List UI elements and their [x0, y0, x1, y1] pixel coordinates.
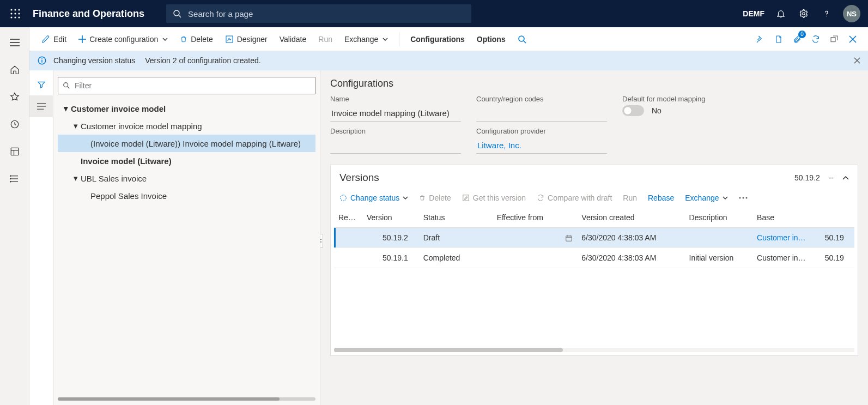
- create-config-label: Create configuration: [89, 35, 158, 44]
- message-close-icon[interactable]: [854, 57, 860, 64]
- search-icon: [63, 82, 70, 89]
- versions-exchange-label: Exchange: [685, 194, 719, 202]
- nav-modules-icon[interactable]: [4, 168, 26, 190]
- col-desc[interactable]: Description: [685, 208, 753, 228]
- tree-node-selected[interactable]: (Invoice model (Litware)) Invoice model …: [58, 135, 315, 152]
- col-base-extra[interactable]: [821, 208, 854, 228]
- table-row[interactable]: 50.19.2Draft6/30/2020 4:38:03 AMCustomer…: [334, 228, 854, 248]
- create-config-button[interactable]: Create configuration: [73, 32, 173, 47]
- change-status-button[interactable]: Change status: [339, 194, 408, 202]
- versions-exchange-button[interactable]: Exchange: [685, 194, 727, 202]
- field-label: Name: [330, 95, 461, 103]
- refresh-icon: [537, 194, 544, 202]
- compare-label: Compare with draft: [548, 194, 612, 202]
- exchange-button[interactable]: Exchange: [339, 32, 393, 47]
- version-dash: --: [829, 173, 834, 182]
- get-version-button: Get this version: [462, 194, 526, 202]
- filter-mode-icon[interactable]: [29, 74, 53, 95]
- field-value[interactable]: [330, 137, 461, 154]
- tree-label: Customer invoice model: [71, 104, 166, 113]
- message-title: Changing version status: [53, 56, 135, 65]
- nav-hamburger-icon[interactable]: [4, 32, 26, 53]
- expanded-icon: ▾: [61, 104, 71, 113]
- pin-icon[interactable]: [755, 34, 766, 45]
- close-icon[interactable]: [847, 34, 858, 45]
- rebase-button[interactable]: Rebase: [648, 194, 674, 202]
- grid-scrollbar[interactable]: [334, 348, 854, 352]
- options-tab[interactable]: Options: [471, 32, 511, 47]
- search-icon: [173, 9, 181, 18]
- tree-filter-input[interactable]: [74, 81, 311, 90]
- tree-filter[interactable]: [58, 77, 315, 94]
- tree-label: Invoice model (Litware): [81, 156, 172, 166]
- nav-recent-icon[interactable]: [4, 113, 26, 135]
- tree-node-root[interactable]: ▾Customer invoice model: [58, 100, 315, 117]
- rebase-label: Rebase: [648, 194, 674, 202]
- nav-workspaces-icon[interactable]: [4, 141, 26, 162]
- splitter-handle[interactable]: [320, 234, 323, 248]
- col-effective[interactable]: Effective from: [493, 208, 578, 228]
- svg-point-42: [64, 83, 68, 87]
- run-button: Run: [313, 32, 338, 47]
- field-provider: Configuration provider Litware, Inc.: [476, 127, 607, 154]
- designer-button[interactable]: Designer: [220, 32, 273, 47]
- calendar-icon[interactable]: [565, 234, 573, 242]
- message-bar: Changing version status Version 2 of con…: [29, 51, 868, 70]
- header-right: DEMF NS: [743, 5, 864, 22]
- help-icon[interactable]: [820, 7, 833, 20]
- provider-link[interactable]: Litware, Inc.: [476, 137, 607, 154]
- section-title: Configurations: [330, 78, 858, 89]
- expanded-icon: ▾: [71, 173, 81, 183]
- popout-icon[interactable]: [829, 34, 840, 45]
- nav-favorites-icon[interactable]: [4, 86, 26, 108]
- change-status-label: Change status: [350, 194, 399, 202]
- global-search[interactable]: Search for a page: [166, 4, 471, 23]
- open-office-icon[interactable]: [773, 34, 784, 45]
- status-icon: [339, 194, 347, 202]
- current-version: 50.19.2: [794, 173, 820, 182]
- svg-point-44: [341, 195, 347, 201]
- tree-node-mapping[interactable]: ▾Customer invoice model mapping: [58, 117, 315, 135]
- col-version[interactable]: Version: [362, 208, 419, 228]
- list-mode-icon[interactable]: [29, 95, 53, 117]
- field-value[interactable]: Invoice model mapping (Litware): [330, 105, 461, 122]
- chevron-up-icon[interactable]: [842, 176, 849, 180]
- col-re[interactable]: Re…: [334, 208, 362, 228]
- configurations-tab[interactable]: Configurations: [405, 32, 470, 47]
- tree-label: Customer invoice model mapping: [81, 122, 202, 131]
- tree-node-peppol[interactable]: Peppol Sales Invoice: [58, 187, 315, 204]
- settings-icon[interactable]: [797, 7, 810, 20]
- more-icon[interactable]: [739, 197, 748, 199]
- svg-point-6: [10, 16, 12, 18]
- app-launcher-icon[interactable]: [4, 9, 26, 19]
- field-label: Description: [330, 127, 461, 135]
- page-search-button[interactable]: [512, 32, 532, 47]
- tree-node-ubl[interactable]: ▾UBL Sales invoice: [58, 170, 315, 187]
- col-status[interactable]: Status: [419, 208, 493, 228]
- configurations-tree-pane: ▾Customer invoice model ▾Customer invoic…: [53, 70, 320, 405]
- nav-home-icon[interactable]: [4, 59, 26, 81]
- col-base[interactable]: Base: [752, 208, 821, 228]
- svg-point-3: [10, 13, 12, 14]
- table-row[interactable]: 50.19.1Completed6/30/2020 4:38:03 AMInit…: [334, 248, 854, 268]
- search-placeholder: Search for a page: [188, 9, 253, 19]
- toggle-off[interactable]: [622, 105, 644, 116]
- col-created[interactable]: Version created: [577, 208, 684, 228]
- notifications-icon[interactable]: [774, 7, 787, 20]
- refresh-icon[interactable]: [810, 34, 821, 45]
- validate-button[interactable]: Validate: [274, 32, 312, 47]
- field-name: Name Invoice model mapping (Litware): [330, 95, 461, 122]
- designer-icon: [225, 35, 234, 44]
- edit-button[interactable]: Edit: [36, 32, 72, 47]
- delete-button[interactable]: Delete: [174, 32, 218, 47]
- tree-scrollbar[interactable]: [58, 397, 315, 401]
- legal-entity[interactable]: DEMF: [743, 9, 764, 18]
- svg-line-43: [68, 87, 70, 89]
- svg-point-0: [10, 9, 12, 10]
- tree-node-invoice-model[interactable]: Invoice model (Litware): [58, 152, 315, 170]
- field-value[interactable]: [476, 105, 607, 122]
- attachments-icon[interactable]: 0: [792, 34, 803, 45]
- validate-label: Validate: [280, 35, 307, 44]
- user-avatar[interactable]: NS: [843, 5, 860, 22]
- svg-point-36: [41, 58, 43, 59]
